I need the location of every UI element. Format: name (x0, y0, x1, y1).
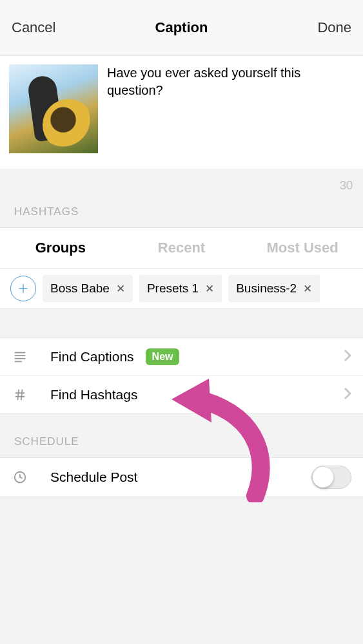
hashtag-tabs: Groups Recent Most Used (0, 227, 363, 269)
svg-line-8 (17, 389, 19, 400)
find-captions-label: Find Captions (35, 349, 134, 365)
clock-icon (13, 470, 35, 484)
schedule-post-label: Schedule Post (35, 469, 137, 485)
done-button[interactable]: Done (300, 19, 351, 36)
header-bar: Cancel Caption Done (0, 0, 363, 55)
chip-remove-icon[interactable]: ✕ (116, 282, 125, 296)
add-group-button[interactable] (10, 276, 36, 301)
schedule-post-row: Schedule Post (0, 457, 363, 497)
cancel-button[interactable]: Cancel (12, 19, 63, 36)
lines-icon (13, 350, 35, 364)
svg-line-9 (21, 389, 23, 400)
hashtag-groups-row: Boss Babe ✕ Presets 1 ✕ Business-2 ✕ (0, 269, 363, 309)
hashtag-chip[interactable]: Presets 1 ✕ (139, 275, 222, 302)
page-title: Caption (155, 19, 208, 36)
chip-label: Boss Babe (50, 281, 110, 296)
chip-label: Business-2 (236, 281, 297, 296)
find-captions-row[interactable]: Find Captions New (0, 338, 363, 375)
hashtag-chip[interactable]: Boss Babe ✕ (43, 275, 133, 302)
schedule-toggle[interactable] (311, 466, 351, 489)
new-badge: New (146, 348, 180, 365)
chip-remove-icon[interactable]: ✕ (303, 282, 312, 296)
find-hashtags-row[interactable]: Find Hashtags (0, 375, 363, 413)
hashtags-section-label: HASHTAGS (0, 196, 363, 227)
find-hashtags-label: Find Hashtags (35, 387, 137, 402)
hashtag-count: 30 (0, 169, 363, 196)
post-thumbnail[interactable] (9, 64, 98, 153)
hash-icon (13, 388, 35, 402)
caption-text-input[interactable]: Have you ever asked yourself this questi… (98, 64, 354, 160)
plus-icon (17, 282, 30, 295)
chip-remove-icon[interactable]: ✕ (205, 282, 214, 296)
hashtag-chip[interactable]: Business-2 ✕ (228, 275, 320, 302)
find-list: Find Captions New Find Hashtags (0, 337, 363, 413)
chip-label: Presets 1 (147, 281, 199, 296)
tab-most-used[interactable]: Most Used (242, 228, 363, 268)
chevron-right-icon (344, 387, 351, 402)
chevron-right-icon (344, 349, 351, 365)
tab-groups[interactable]: Groups (0, 228, 121, 268)
tab-recent[interactable]: Recent (121, 228, 242, 268)
spacer (0, 309, 363, 337)
caption-editor[interactable]: Have you ever asked yourself this questi… (0, 55, 363, 169)
schedule-section-label: SCHEDULE (0, 413, 363, 457)
